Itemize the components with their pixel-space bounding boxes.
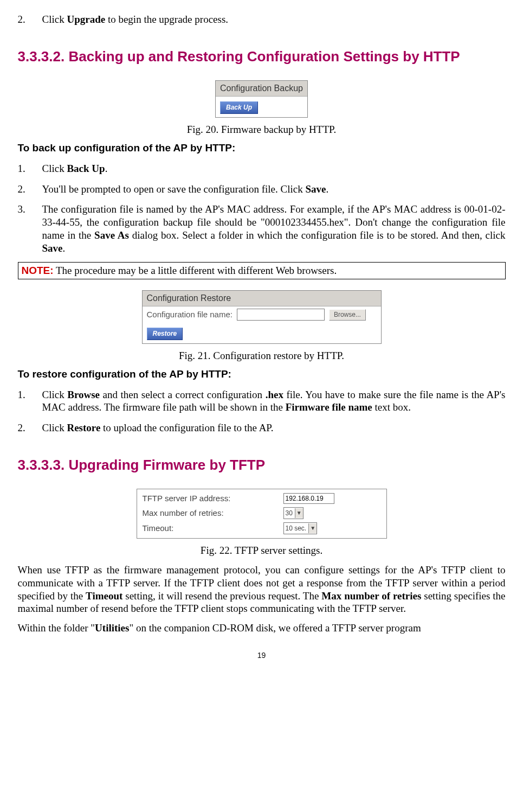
tftp-timeout-label: Timeout:	[143, 523, 283, 534]
tftp-ip-label: TFTP server IP address:	[143, 494, 283, 504]
section-3332-title: 3.3.3.2. Backing up and Restoring Config…	[18, 48, 506, 66]
page-number: 19	[18, 651, 506, 661]
config-filename-label: Configuration file name:	[147, 310, 233, 320]
tftp-ip-input[interactable]	[283, 493, 334, 504]
chevron-down-icon: ▼	[308, 523, 317, 533]
restore-step1: 1. Click Browse and then select a correc…	[18, 388, 506, 414]
tftp-retries-select[interactable]: 30▼	[283, 507, 304, 519]
fig22-wrap: TFTP server IP address: Max number of re…	[18, 489, 506, 539]
restore-subhead: To restore configuration of the AP by HT…	[18, 368, 506, 381]
chevron-down-icon: ▼	[295, 508, 303, 518]
config-filename-input[interactable]	[237, 309, 325, 321]
backup-subhead: To back up configuration of the AP by HT…	[18, 142, 506, 155]
fig20-wrap: Configuration Backup Back Up	[18, 80, 506, 118]
config-restore-widget: Configuration Restore Configuration file…	[142, 290, 382, 344]
note-label: NOTE:	[22, 265, 54, 276]
config-backup-header: Configuration Backup	[216, 81, 307, 97]
step-num: 2.	[18, 13, 42, 26]
backup-button[interactable]: Back Up	[220, 101, 258, 114]
restore-button[interactable]: Restore	[147, 328, 183, 340]
tftp-retries-label: Max number of retries:	[143, 508, 283, 519]
config-restore-header: Configuration Restore	[143, 291, 381, 306]
step-body: Click Upgrade to begin the upgrade proce…	[42, 13, 506, 26]
section-3333-title: 3.3.3.3. Upgrading Firmware by TFTP	[18, 456, 506, 474]
tftp-settings-widget: TFTP server IP address: Max number of re…	[137, 489, 387, 539]
fig22-caption: Fig. 22. TFTP server settings.	[18, 544, 506, 557]
tftp-para1: When use TFTP as the firmware management…	[18, 564, 506, 615]
browse-button[interactable]: Browse...	[329, 309, 366, 321]
note-box: NOTE: The procedure may be a little diff…	[18, 262, 506, 279]
backup-step1: 1. Click Back Up.	[18, 162, 506, 175]
tftp-para2: Within the folder "Utilities" on the com…	[18, 622, 506, 635]
step-upgrade: 2. Click Upgrade to begin the upgrade pr…	[18, 13, 506, 26]
config-backup-widget: Configuration Backup Back Up	[215, 80, 308, 118]
backup-step3: 3. The configuration file is named by th…	[18, 203, 506, 254]
tftp-timeout-select[interactable]: 10 sec.▼	[283, 522, 318, 534]
fig21-wrap: Configuration Restore Configuration file…	[18, 290, 506, 344]
backup-step2: 2. You'll be prompted to open or save th…	[18, 183, 506, 196]
fig20-caption: Fig. 20. Firmware backup by HTTP.	[18, 123, 506, 136]
fig21-caption: Fig. 21. Configuration restore by HTTP.	[18, 349, 506, 362]
restore-step2: 2. Click Restore to upload the configura…	[18, 421, 506, 434]
